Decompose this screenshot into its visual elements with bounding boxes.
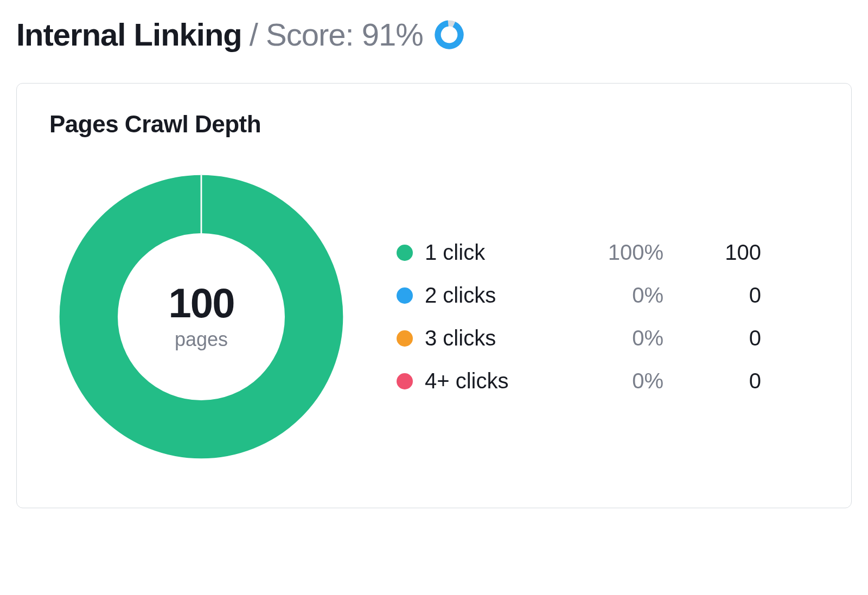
donut-chart: 100 pages	[49, 165, 353, 469]
legend-item-name: 1 click	[425, 240, 555, 265]
legend-item-count: 100	[663, 240, 761, 265]
donut-center-number: 100	[169, 283, 234, 324]
chart-body: 100 pages 1 click100%1002 clicks0%03 cli…	[49, 165, 819, 469]
donut-center-label: pages	[175, 328, 228, 351]
legend-dot-icon	[397, 287, 413, 304]
legend-item-pct: 100%	[555, 240, 663, 265]
section-title: Internal Linking	[16, 16, 242, 53]
legend-dot-icon	[397, 245, 413, 261]
legend-item-name: 3 clicks	[425, 326, 555, 350]
legend-item-count: 0	[663, 283, 761, 308]
legend-item-count: 0	[663, 369, 761, 393]
legend-row: 3 clicks0%0	[397, 326, 819, 350]
legend-dot-icon	[397, 330, 413, 347]
legend-row: 2 clicks0%0	[397, 283, 819, 308]
legend-item-name: 4+ clicks	[425, 369, 555, 393]
section-header: Internal Linking / Score: 91%	[16, 16, 852, 53]
legend-dot-icon	[397, 373, 413, 389]
score-ring-icon	[434, 20, 464, 50]
donut-center: 100 pages	[49, 165, 353, 469]
legend-item-count: 0	[663, 326, 761, 350]
legend-item-pct: 0%	[555, 283, 663, 308]
legend-item-pct: 0%	[555, 326, 663, 350]
legend: 1 click100%1002 clicks0%03 clicks0%04+ c…	[397, 240, 819, 393]
legend-row: 1 click100%100	[397, 240, 819, 265]
legend-item-name: 2 clicks	[425, 283, 555, 308]
crawl-depth-card: Pages Crawl Depth 100 pages 1 click100%1…	[16, 83, 852, 508]
card-title: Pages Crawl Depth	[49, 111, 819, 138]
legend-item-pct: 0%	[555, 369, 663, 393]
section-score-label: / Score: 91%	[250, 16, 423, 53]
legend-row: 4+ clicks0%0	[397, 369, 819, 393]
